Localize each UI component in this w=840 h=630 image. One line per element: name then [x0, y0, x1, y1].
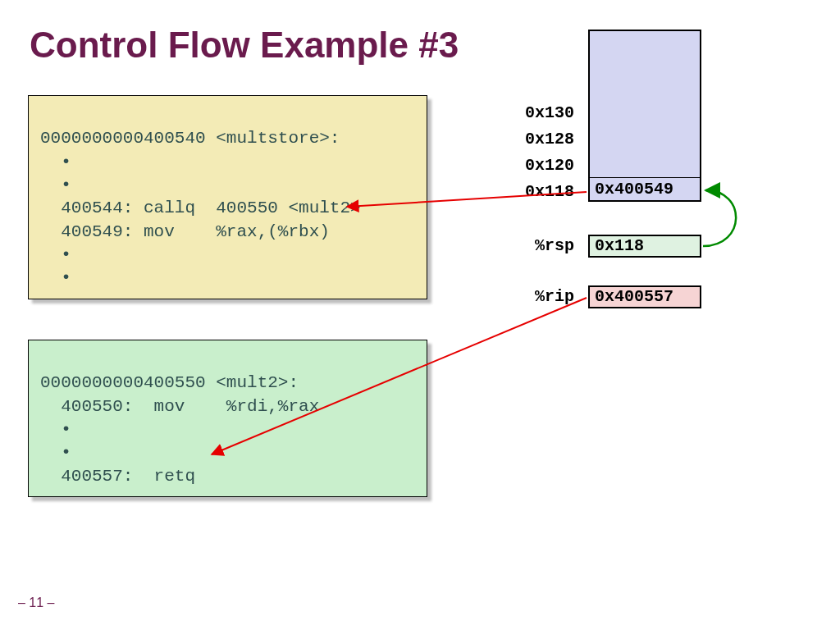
code-line: 400557: retq [40, 467, 195, 486]
page-number: – 11 – [18, 596, 54, 610]
code-line: • [40, 268, 71, 287]
rip-label: %rip [500, 287, 574, 306]
arrow-rsp-to-stack [703, 190, 736, 246]
code-block-mult2: 0000000000400550 <mult2>: 400550: mov %r… [28, 340, 427, 497]
code-line: • [40, 245, 71, 264]
stack-memory-box: 0x400549 [588, 30, 701, 202]
stack-addr-label: 0x120 [500, 156, 574, 175]
stack-cell-0x118: 0x400549 [590, 177, 700, 200]
code-line: 400549: mov %rax,(%rbx) [40, 222, 330, 241]
code-block-multstore: 0000000000400540 <multstore>: • • 400544… [28, 95, 427, 299]
code-line: 0000000000400550 <mult2>: [40, 373, 299, 392]
rsp-label: %rsp [500, 236, 574, 255]
code-line: • [40, 420, 71, 439]
code-line: • [40, 176, 71, 194]
rsp-register-box: 0x118 [588, 235, 701, 258]
code-line: 400544: callq 400550 <mult2> [40, 199, 361, 217]
code-line: 0000000000400540 <multstore>: [40, 129, 340, 148]
stack-addr-label: 0x128 [500, 130, 574, 148]
code-line: • [40, 443, 71, 462]
code-line: • [40, 153, 71, 171]
stack-addr-label: 0x130 [500, 103, 574, 122]
stack-addr-label: 0x118 [500, 182, 574, 201]
code-line: 400550: mov %rdi,%rax [40, 397, 319, 416]
page-title: Control Flow Example #3 [30, 25, 459, 66]
rip-register-box: 0x400557 [588, 285, 701, 308]
